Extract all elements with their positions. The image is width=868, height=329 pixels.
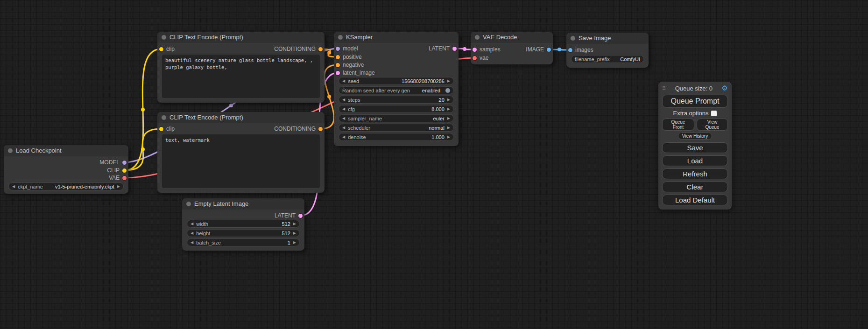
decrement-arrow-icon[interactable]: ◀ <box>342 98 345 102</box>
node-collapse-dot[interactable] <box>8 148 13 153</box>
clip-input-port[interactable] <box>159 127 163 131</box>
settings-gear-icon[interactable]: ⚙ <box>722 84 728 92</box>
image-output-port[interactable] <box>547 48 551 52</box>
cfg-widget[interactable]: ◀ cfg 8.000 ▶ <box>339 105 454 113</box>
port-label: negative <box>343 62 364 68</box>
latent-output-port[interactable] <box>452 47 457 51</box>
increment-arrow-icon[interactable]: ▶ <box>293 231 296 235</box>
decrement-arrow-icon[interactable]: ◀ <box>342 135 345 139</box>
images-input-port[interactable] <box>568 48 572 52</box>
view-queue-button[interactable]: View Queue <box>697 119 728 131</box>
vae-input-port[interactable] <box>473 56 477 60</box>
widget-value: v1-5-pruned-emaonly.ckpt <box>55 184 114 189</box>
widget-value: 1 <box>288 240 290 245</box>
negative-prompt-textarea[interactable]: text, watermark <box>162 134 320 188</box>
queue-front-button[interactable]: Queue Front <box>662 119 694 131</box>
width-widget[interactable]: ◀ width 512 ▶ <box>187 220 300 228</box>
positive-input-port[interactable] <box>336 55 340 59</box>
refresh-button[interactable]: Refresh <box>662 168 728 179</box>
node-collapse-dot[interactable] <box>475 35 480 40</box>
clear-button[interactable]: Clear <box>662 182 728 192</box>
port-label: LATENT <box>275 212 296 219</box>
node-title-bar: Load Checkpoint <box>4 145 128 156</box>
latent-image-input-port[interactable] <box>336 71 340 75</box>
decrement-arrow-icon[interactable]: ◀ <box>191 241 193 245</box>
random-seed-toggle[interactable] <box>445 88 450 93</box>
samples-input-port[interactable] <box>473 48 477 52</box>
widget-value: 512 <box>282 231 290 236</box>
decrement-arrow-icon[interactable]: ◀ <box>191 222 193 226</box>
node-clip-text-encode-negative[interactable]: CLIP Text Encode (Prompt) clip CONDITION… <box>157 112 325 193</box>
decrement-arrow-icon[interactable]: ◀ <box>342 126 345 130</box>
port-label: model <box>343 45 358 52</box>
load-default-button[interactable]: Load Default <box>662 195 728 205</box>
comfyui-canvas[interactable]: { "colors": { "model": "#B39DDB", "clip"… <box>0 0 868 329</box>
decrement-arrow-icon[interactable]: ◀ <box>12 185 15 189</box>
increment-arrow-icon[interactable]: ▶ <box>293 241 296 245</box>
increment-arrow-icon[interactable]: ▶ <box>447 107 450 111</box>
link-midpoint-dot <box>327 95 331 98</box>
increment-arrow-icon[interactable]: ▶ <box>117 185 120 189</box>
node-title-bar: Save Image <box>566 33 649 44</box>
extra-options-checkbox[interactable] <box>711 111 717 116</box>
increment-arrow-icon[interactable]: ▶ <box>447 117 450 120</box>
node-empty-latent-image[interactable]: Empty Latent Image LATENT ◀ width 512 ▶ … <box>182 198 304 251</box>
positive-prompt-textarea[interactable]: beautiful scenery nature glass bottle la… <box>162 55 320 98</box>
model-output-port[interactable] <box>122 161 127 165</box>
node-title: VAE Decode <box>483 34 517 41</box>
batch-size-widget[interactable]: ◀ batch_size 1 ▶ <box>187 238 300 246</box>
model-input-port[interactable] <box>336 47 340 51</box>
save-button[interactable]: Save <box>662 142 728 153</box>
increment-arrow-icon[interactable]: ▶ <box>447 126 450 130</box>
random-seed-widget[interactable]: Random seed after every gen enabled <box>339 86 454 94</box>
queue-prompt-button[interactable]: Queue Prompt <box>662 95 728 108</box>
node-title-bar: Empty Latent Image <box>182 198 304 210</box>
widget-value: normal <box>429 125 445 131</box>
node-title: Load Checkpoint <box>16 147 62 154</box>
decrement-arrow-icon[interactable]: ◀ <box>191 231 193 235</box>
node-vae-decode[interactable]: VAE Decode samples vae IMAGE <box>471 32 553 64</box>
increment-arrow-icon[interactable]: ▶ <box>447 98 450 102</box>
decrement-arrow-icon[interactable]: ◀ <box>342 79 345 83</box>
link-midpoint-dot <box>327 51 331 55</box>
vae-output-port[interactable] <box>122 176 127 180</box>
view-history-button[interactable]: View History <box>678 133 712 140</box>
conditioning-output-port[interactable] <box>318 127 323 131</box>
sampler-name-widget[interactable]: ◀ sampler_name euler ▶ <box>339 114 454 122</box>
clip-input-port[interactable] <box>159 47 163 51</box>
node-title: Save Image <box>579 35 611 42</box>
decrement-arrow-icon[interactable]: ◀ <box>342 117 345 120</box>
load-button[interactable]: Load <box>662 155 728 166</box>
increment-arrow-icon[interactable]: ▶ <box>447 135 450 139</box>
node-collapse-dot[interactable] <box>338 35 343 40</box>
increment-arrow-icon[interactable]: ▶ <box>447 79 450 83</box>
drag-handle-icon[interactable]: ⠿ <box>662 85 666 91</box>
node-ksampler[interactable]: KSampler model positive negative latent_… <box>334 32 459 146</box>
scheduler-widget[interactable]: ◀ scheduler normal ▶ <box>339 124 454 132</box>
ckpt-name-widget[interactable]: ◀ ckpt_name v1-5-pruned-emaonly.ckpt ▶ <box>8 182 124 190</box>
denoise-widget[interactable]: ◀ denoise 1.000 ▶ <box>339 133 454 141</box>
node-collapse-dot[interactable] <box>162 35 166 40</box>
increment-arrow-icon[interactable]: ▶ <box>293 222 296 226</box>
node-title-bar: VAE Decode <box>471 32 553 43</box>
latent-output-port[interactable] <box>298 214 303 218</box>
seed-widget[interactable]: ◀ seed 156680208700286 ▶ <box>339 77 454 85</box>
negative-input-port[interactable] <box>336 63 340 67</box>
widget-label: filename_prefix <box>575 56 610 62</box>
node-clip-text-encode-positive[interactable]: CLIP Text Encode (Prompt) clip CONDITION… <box>157 32 325 103</box>
node-collapse-dot[interactable] <box>571 36 575 41</box>
height-widget[interactable]: ◀ height 512 ▶ <box>187 229 300 237</box>
node-collapse-dot[interactable] <box>186 202 191 206</box>
filename-prefix-widget[interactable]: filename_prefix ComfyUI <box>571 55 644 63</box>
steps-widget[interactable]: ◀ steps 20 ▶ <box>339 96 454 104</box>
clip-output-port[interactable] <box>122 168 127 173</box>
decrement-arrow-icon[interactable]: ◀ <box>342 107 345 111</box>
node-load-checkpoint[interactable]: Load Checkpoint MODEL CLIP VAE ◀ ckpt_na… <box>4 145 128 194</box>
node-save-image[interactable]: Save Image images filename_prefix ComfyU… <box>566 33 649 68</box>
conditioning-output-port[interactable] <box>318 47 323 51</box>
port-label: clip <box>166 46 175 52</box>
queue-menu-panel[interactable]: ⠿ Queue size: 0 ⚙ Queue Prompt Extra opt… <box>658 82 732 210</box>
history-row: View History <box>662 133 728 140</box>
node-collapse-dot[interactable] <box>162 115 166 120</box>
widget-label: scheduler <box>348 125 370 131</box>
